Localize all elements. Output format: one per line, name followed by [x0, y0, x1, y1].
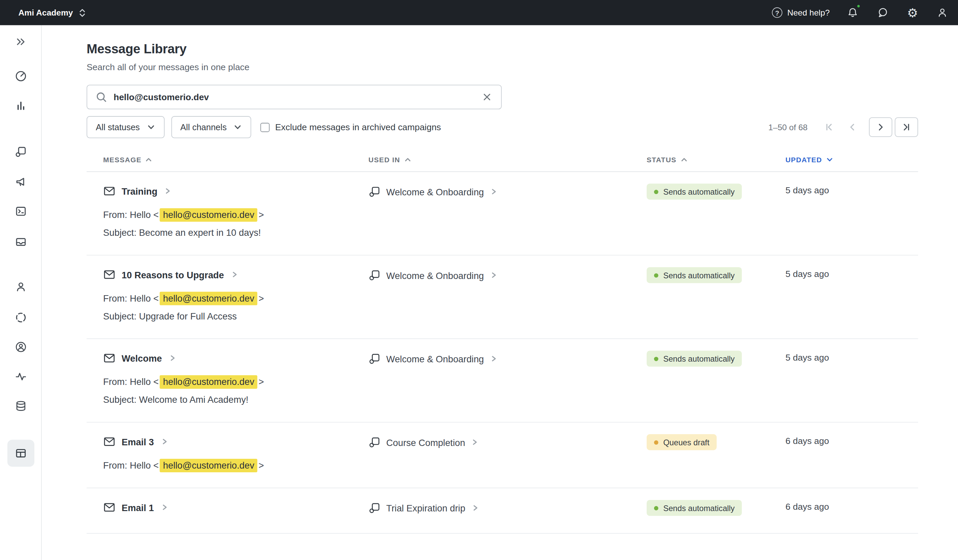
used-in-label: Course Completion: [386, 437, 465, 447]
search-input[interactable]: [114, 92, 474, 102]
column-header-used-in[interactable]: USED IN: [368, 156, 647, 163]
column-header-updated[interactable]: UPDATED: [785, 156, 918, 163]
email-icon: [103, 501, 115, 514]
skip-last-icon: [902, 122, 912, 132]
sidebar-item-deliveries[interactable]: [7, 228, 34, 255]
message-link[interactable]: Training: [103, 185, 368, 197]
sidebar-item-transactional[interactable]: [7, 198, 34, 225]
used-in-link[interactable]: Course Completion: [368, 436, 647, 448]
chevron-down-icon: [233, 123, 242, 131]
prev-page-button[interactable]: [841, 117, 864, 137]
from-suffix: >: [259, 209, 264, 220]
messages-button[interactable]: [876, 5, 890, 19]
sidebar-item-campaigns[interactable]: [7, 138, 34, 165]
table-row: Training From: Hello <hello@customerio.d…: [87, 172, 918, 256]
page-subtitle: Search all of your messages in one place: [87, 62, 918, 72]
used-in-cell: Course Completion: [368, 423, 647, 448]
message-cell: Email 1: [87, 488, 369, 514]
updated-value: 5 days ago: [785, 339, 918, 362]
status-label: Sends automatically: [663, 503, 735, 512]
workspace-switcher[interactable]: Ami Academy: [19, 8, 86, 17]
main-content: Message Library Search all of your messa…: [42, 25, 958, 560]
notifications-button[interactable]: [846, 5, 860, 19]
campaign-icon: [368, 436, 381, 448]
from-suffix: >: [259, 293, 264, 303]
used-in-cell: Welcome & Onboarding: [368, 255, 647, 281]
status-dot-icon: [654, 357, 658, 361]
clear-search-button[interactable]: [481, 91, 493, 103]
chat-bubble-icon: [877, 7, 889, 19]
table-row: Welcome From: Hello <hello@customerio.de…: [87, 339, 918, 423]
sidebar-item-broadcasts[interactable]: [7, 168, 34, 195]
message-link[interactable]: Email 1: [103, 501, 368, 514]
message-from: From: Hello <hello@customerio.dev>: [103, 376, 368, 387]
pagination: 1–50 of 68: [768, 117, 918, 137]
sidebar-item-data[interactable]: [7, 392, 34, 419]
message-cell: 10 Reasons to Upgrade From: Hello <hello…: [87, 255, 369, 321]
email-icon: [103, 436, 115, 448]
message-subject: Subject: Welcome to Ami Academy!: [103, 394, 368, 405]
statuses-dropdown[interactable]: All statuses: [87, 116, 164, 138]
used-in-label: Welcome & Onboarding: [386, 187, 484, 197]
used-in-link[interactable]: Welcome & Onboarding: [368, 352, 647, 365]
exclude-archived-checkbox[interactable]: [260, 122, 270, 132]
app-window: Ami Academy ? Need help? ⚙: [0, 0, 958, 560]
status-badge: Sends automatically: [647, 267, 742, 283]
settings-button[interactable]: ⚙: [906, 5, 919, 20]
megaphone-icon: [14, 176, 27, 188]
status-cell: Queues draft: [647, 423, 785, 451]
account-button[interactable]: [936, 5, 950, 19]
campaign-icon: [368, 186, 381, 198]
from-suffix: >: [259, 460, 264, 471]
sidebar-item-message-library[interactable]: [7, 439, 34, 466]
from-prefix: From: Hello <: [103, 293, 159, 303]
exclude-archived-label: Exclude messages in archived campaigns: [275, 122, 441, 132]
message-title: 10 Reasons to Upgrade: [121, 269, 224, 280]
sidebar-expand-button[interactable]: [7, 29, 34, 56]
sidebar-item-people[interactable]: [7, 273, 34, 300]
used-in-link[interactable]: Welcome & Onboarding: [368, 186, 647, 198]
sidebar-item-activity[interactable]: [7, 363, 34, 390]
message-link[interactable]: Welcome: [103, 352, 368, 364]
next-page-button[interactable]: [869, 117, 892, 137]
used-in-link[interactable]: Welcome & Onboarding: [368, 269, 647, 281]
column-header-status[interactable]: STATUS: [647, 156, 785, 163]
updated-value: 6 days ago: [785, 423, 918, 446]
message-link[interactable]: 10 Reasons to Upgrade: [103, 268, 368, 281]
sidebar-item-segments[interactable]: [7, 304, 34, 331]
status-cell: Sends automatically: [647, 255, 785, 283]
chevron-right-icon: [230, 270, 238, 279]
exclude-archived-toggle[interactable]: Exclude messages in archived campaigns: [260, 122, 441, 132]
close-icon: [483, 93, 491, 101]
from-highlight: hello@customerio.dev: [160, 459, 257, 472]
sidebar-item-metrics[interactable]: [7, 92, 34, 119]
topbar-actions: ? Need help? ⚙: [772, 5, 949, 20]
column-header-used-in-label: USED IN: [368, 156, 400, 163]
chevron-right-icon: [490, 187, 498, 196]
chevron-left-icon: [847, 122, 857, 132]
sort-up-icon: [145, 157, 152, 163]
segments-icon: [14, 311, 27, 324]
channels-dropdown[interactable]: All channels: [171, 116, 251, 138]
notification-dot: [856, 4, 861, 9]
last-page-button[interactable]: [895, 117, 918, 137]
search-box: [87, 85, 502, 109]
message-title: Welcome: [121, 353, 162, 363]
search-icon: [95, 91, 107, 103]
chevron-right-icon: [160, 503, 168, 511]
used-in-link[interactable]: Trial Expiration drip: [368, 501, 647, 514]
first-page-button[interactable]: [817, 117, 841, 137]
need-help-button[interactable]: ? Need help?: [772, 8, 830, 18]
sort-up-icon: [680, 157, 687, 163]
double-chevron-right-icon: [14, 36, 27, 48]
sort-up-icon: [404, 157, 411, 163]
message-cell: Welcome From: Hello <hello@customerio.de…: [87, 339, 369, 405]
message-subject: Subject: Become an expert in 10 days!: [103, 227, 368, 238]
message-from: From: Hello <hello@customerio.dev>: [103, 293, 368, 303]
sidebar-item-dashboard[interactable]: [7, 63, 34, 90]
activity-pulse-icon: [14, 370, 27, 382]
message-link[interactable]: Email 3: [103, 436, 368, 448]
message-subject: Subject: Upgrade for Full Access: [103, 311, 368, 321]
column-header-message[interactable]: MESSAGE: [87, 156, 369, 163]
sidebar-item-profiles[interactable]: [7, 334, 34, 361]
